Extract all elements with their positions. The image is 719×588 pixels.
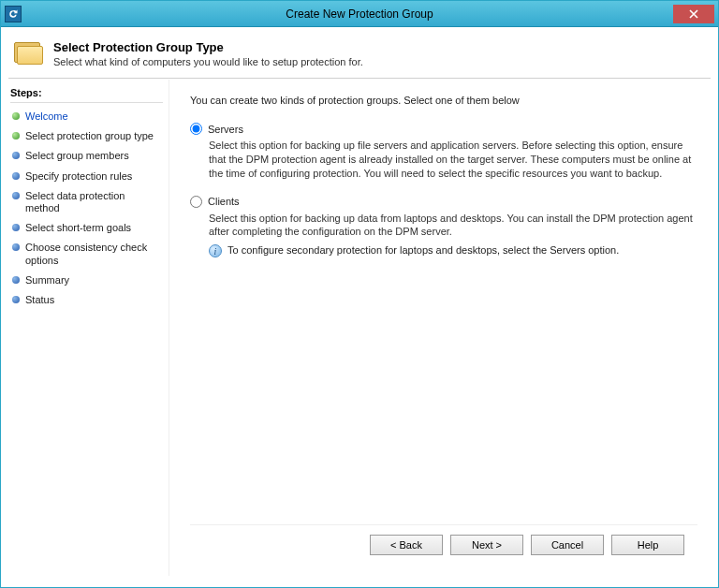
info-note: i To configure secondary protection for … xyxy=(209,244,697,257)
step-bullet-icon xyxy=(12,224,20,231)
step-bullet-icon xyxy=(12,172,20,180)
intro-text: You can create two kinds of protection g… xyxy=(190,95,697,106)
close-button[interactable] xyxy=(673,5,714,23)
main-content: You can create two kinds of protection g… xyxy=(169,80,718,576)
app-icon xyxy=(5,6,22,22)
step-bullet-icon xyxy=(12,152,20,159)
step-label: Welcome xyxy=(25,110,68,123)
step-status[interactable]: Status xyxy=(10,290,163,310)
step-specify-protection-rules[interactable]: Specify protection rules xyxy=(10,167,163,186)
step-welcome[interactable]: Welcome xyxy=(10,107,163,126)
wizard-buttons: < Back Next > Cancel Help xyxy=(190,524,697,568)
step-label: Status xyxy=(25,294,54,306)
step-select-data-protection-method[interactable]: Select data protection method xyxy=(10,186,163,218)
step-label: Select data protection method xyxy=(25,190,161,214)
steps-sidebar: Steps: Welcome Select protection group t… xyxy=(1,80,169,576)
step-bullet-icon xyxy=(12,132,20,140)
window-title: Create New Protection Group xyxy=(1,7,718,21)
option-description: Select this option for backing up file s… xyxy=(209,139,697,181)
steps-heading: Steps: xyxy=(10,85,163,103)
step-label: Summary xyxy=(25,274,69,287)
step-label: Select group members xyxy=(25,150,129,162)
steps-list: Welcome Select protection group type Sel… xyxy=(10,107,163,310)
page-subtitle: Select what kind of computers you would … xyxy=(53,56,363,67)
step-bullet-icon xyxy=(12,192,20,199)
step-label: Select short-term goals xyxy=(25,222,131,234)
help-button[interactable]: Help xyxy=(611,535,684,555)
step-choose-consistency-check-options[interactable]: Choose consistency check options xyxy=(10,238,163,270)
option-label: Clients xyxy=(208,196,240,207)
titlebar: Create New Protection Group xyxy=(1,1,718,27)
step-select-group-members[interactable]: Select group members xyxy=(10,146,163,166)
folder-icon xyxy=(14,38,44,68)
info-icon: i xyxy=(209,244,222,257)
option-description: Select this option for backing up data f… xyxy=(209,212,697,240)
step-summary[interactable]: Summary xyxy=(10,271,163,290)
step-bullet-icon xyxy=(12,112,20,120)
step-select-protection-group-type[interactable]: Select protection group type xyxy=(10,126,163,146)
page-title: Select Protection Group Type xyxy=(53,40,363,54)
step-bullet-icon xyxy=(12,243,20,251)
back-button[interactable]: < Back xyxy=(370,535,443,555)
step-label: Choose consistency check options xyxy=(25,242,161,266)
step-bullet-icon xyxy=(12,296,20,303)
option-clients: Clients Select this option for backing u… xyxy=(190,196,697,258)
radio-servers[interactable] xyxy=(190,123,202,135)
step-label: Select protection group type xyxy=(25,130,154,142)
radio-clients[interactable] xyxy=(190,196,202,208)
step-select-short-term-goals[interactable]: Select short-term goals xyxy=(10,218,163,238)
cancel-button[interactable]: Cancel xyxy=(531,535,604,555)
info-text: To configure secondary protection for la… xyxy=(227,244,619,256)
step-bullet-icon xyxy=(12,276,20,284)
option-label: Servers xyxy=(208,124,243,135)
page-header: Select Protection Group Type Select what… xyxy=(1,27,718,78)
next-button[interactable]: Next > xyxy=(450,535,523,555)
step-label: Specify protection rules xyxy=(25,170,132,183)
option-servers: Servers Select this option for backing u… xyxy=(190,123,697,181)
